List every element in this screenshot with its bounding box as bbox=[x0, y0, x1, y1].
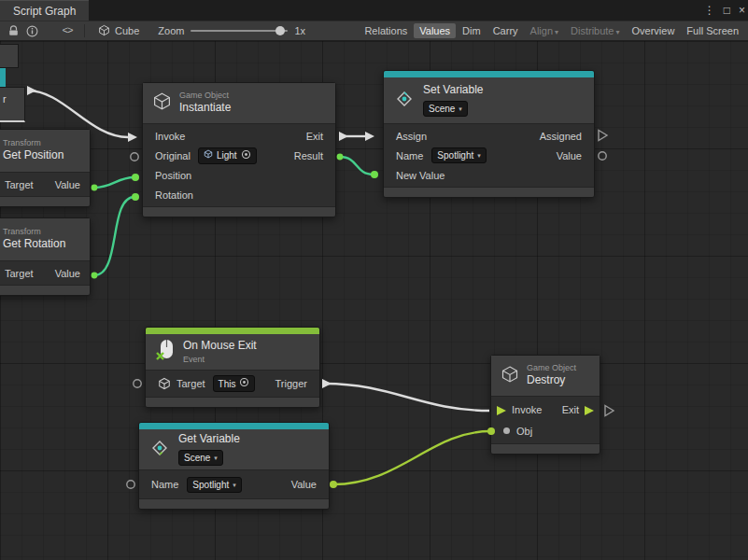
cube-icon bbox=[158, 377, 171, 390]
node-instantiate[interactable]: Game Object Instantiate Invoke Exit Orig… bbox=[142, 82, 336, 217]
node-footer bbox=[143, 206, 335, 217]
object-field-value: Light bbox=[217, 149, 237, 161]
zoom-slider[interactable] bbox=[191, 30, 288, 32]
port-exit-label: Exit bbox=[562, 404, 579, 415]
graph-canvas[interactable]: r Transform Get Position Target Value bbox=[0, 41, 748, 560]
script-graph-window: Script Graph ⋮ □ × <> Cube Zoom bbox=[0, 0, 748, 560]
node-footer bbox=[491, 443, 600, 454]
node-title: Set Variable bbox=[423, 84, 483, 97]
node-subtitle: Event bbox=[183, 356, 257, 364]
zoom-slider-handle[interactable] bbox=[275, 26, 285, 35]
zoom-value: 1x bbox=[294, 25, 305, 36]
variable-name-dropdown[interactable]: Spotlight ▾ bbox=[187, 477, 241, 493]
chevron-down-icon: ▾ bbox=[477, 149, 481, 161]
variable-name-dropdown[interactable]: Spotlight ▾ bbox=[431, 147, 486, 163]
port-position-label: Position bbox=[155, 170, 191, 181]
clipped-node-accent-fragment bbox=[0, 68, 6, 87]
port-value-label: Value bbox=[55, 268, 80, 279]
fullscreen-button[interactable]: Full Screen bbox=[681, 23, 744, 38]
port-result-label: Result bbox=[294, 150, 323, 161]
port-assign-label: Assign bbox=[396, 131, 427, 142]
node-footer bbox=[384, 187, 594, 197]
node-footer bbox=[146, 397, 319, 407]
object-picker-icon[interactable] bbox=[239, 377, 249, 390]
tab-bar: Script Graph ⋮ □ × bbox=[0, 0, 748, 21]
zoom-label: Zoom bbox=[158, 25, 184, 36]
maximize-icon[interactable]: □ bbox=[724, 4, 730, 17]
light-object-icon bbox=[204, 149, 213, 161]
port-target-label: Target bbox=[5, 179, 34, 190]
chevron-down-icon: ▾ bbox=[616, 28, 620, 36]
port-trigger-label: Trigger bbox=[275, 378, 307, 389]
info-icon[interactable] bbox=[22, 22, 41, 39]
port-obj-label: Obj bbox=[516, 426, 532, 437]
kebab-menu-icon[interactable]: ⋮ bbox=[704, 4, 715, 17]
node-get-rotation[interactable]: Transform Get Rotation Target Value bbox=[0, 217, 91, 296]
clipped-port-label: r bbox=[0, 88, 24, 105]
set-variable-icon bbox=[393, 88, 416, 114]
cube-icon bbox=[98, 24, 110, 38]
node-title: Get Rotation bbox=[3, 238, 65, 251]
chevron-down-icon: ▾ bbox=[459, 103, 462, 115]
distribute-dropdown[interactable]: Distribute▾ bbox=[565, 23, 625, 38]
close-icon[interactable]: × bbox=[739, 4, 745, 17]
tab-script-graph[interactable]: Script Graph bbox=[0, 0, 89, 21]
port-exit-label: Exit bbox=[306, 131, 323, 142]
clipped-node-fragment[interactable]: r bbox=[0, 87, 25, 122]
variable-accent-bar bbox=[384, 71, 594, 77]
node-on-mouse-exit[interactable]: On Mouse Exit Event Target This bbox=[145, 327, 320, 408]
port-new-value-label: New Value bbox=[396, 170, 445, 181]
port-rotation-label: Rotation bbox=[155, 189, 193, 201]
node-get-variable[interactable]: Get Variable Scene ▾ Name Spotlight ▾ Va… bbox=[138, 422, 330, 510]
node-category: Game Object bbox=[527, 364, 576, 372]
tab-title: Script Graph bbox=[13, 5, 76, 18]
chevron-down-icon: ▾ bbox=[233, 479, 236, 491]
node-title: On Mouse Exit bbox=[183, 340, 257, 353]
port-target-label: Target bbox=[176, 378, 205, 389]
node-set-variable[interactable]: Set Variable Scene ▾ Assign Assigned Nam… bbox=[383, 70, 595, 198]
node-category: Transform bbox=[3, 228, 65, 236]
node-title: Destroy bbox=[527, 374, 576, 387]
port-assigned-label: Assigned bbox=[540, 131, 582, 142]
dim-toggle[interactable]: Dim bbox=[457, 23, 487, 38]
chevron-down-icon: ▾ bbox=[214, 452, 218, 464]
node-destroy[interactable]: Game Object Destroy Invoke Exit Obj bbox=[490, 355, 600, 455]
port-original-label: Original bbox=[155, 150, 191, 161]
toolbar-divider bbox=[84, 24, 85, 37]
node-title: Get Position bbox=[3, 149, 64, 162]
object-field-this[interactable]: This bbox=[213, 375, 256, 392]
overview-button[interactable]: Overview bbox=[627, 23, 681, 38]
cube-icon bbox=[501, 365, 519, 387]
chevron-down-icon: ▾ bbox=[555, 28, 558, 36]
port-value-label: Value bbox=[55, 179, 80, 190]
node-title: Instantiate bbox=[179, 102, 231, 115]
node-category: Transform bbox=[3, 139, 64, 147]
port-name-label: Name bbox=[396, 150, 423, 161]
context-gameobject-button[interactable]: Cube bbox=[92, 24, 145, 38]
carry-toggle[interactable]: Carry bbox=[487, 23, 524, 38]
cube-icon bbox=[152, 91, 172, 115]
relations-toggle[interactable]: Relations bbox=[359, 23, 413, 38]
variable-scope-dropdown[interactable]: Scene ▾ bbox=[178, 450, 223, 466]
variable-scope-dropdown[interactable]: Scene ▾ bbox=[423, 101, 468, 117]
node-footer bbox=[139, 498, 329, 509]
code-view-icon[interactable]: <> bbox=[58, 22, 77, 39]
node-footer bbox=[0, 285, 90, 295]
variable-accent-bar bbox=[139, 423, 329, 429]
port-invoke-label: Invoke bbox=[155, 131, 185, 142]
node-get-position[interactable]: Transform Get Position Target Value bbox=[0, 129, 91, 207]
mouse-exit-icon bbox=[155, 338, 176, 366]
align-dropdown[interactable]: Align▾ bbox=[525, 23, 564, 38]
port-target-label: Target bbox=[5, 268, 34, 279]
values-toggle[interactable]: Values bbox=[414, 23, 456, 38]
port-invoke-label: Invoke bbox=[512, 404, 542, 415]
object-picker-icon[interactable] bbox=[241, 149, 251, 162]
lock-icon[interactable] bbox=[4, 22, 22, 39]
event-accent-bar bbox=[146, 328, 319, 334]
node-footer bbox=[0, 196, 90, 206]
object-field-light[interactable]: Light bbox=[198, 147, 257, 164]
get-variable-icon bbox=[148, 437, 171, 463]
port-name-label: Name bbox=[151, 479, 178, 490]
graph-toolbar: <> Cube Zoom 1x Relations Values Dim Car… bbox=[0, 21, 748, 41]
clipped-node-fragment[interactable] bbox=[0, 44, 19, 68]
